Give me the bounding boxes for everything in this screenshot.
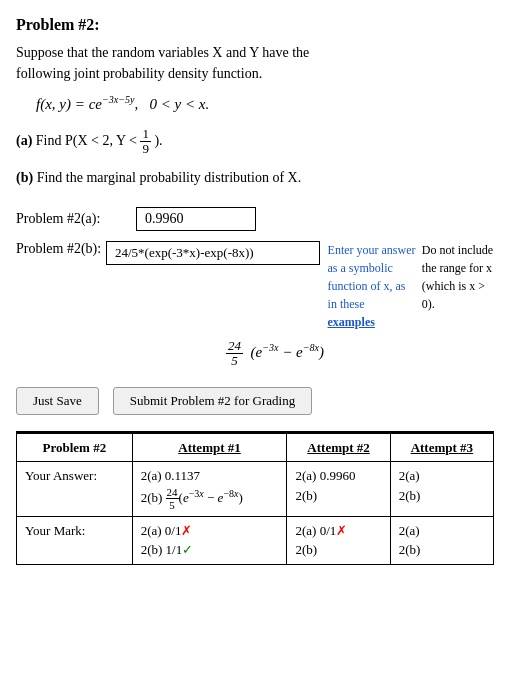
- answer-a-row: Problem #2(a):: [16, 207, 494, 231]
- mark2-x: ✗: [336, 523, 347, 538]
- your-mark-row: Your Mark: 2(a) 0/1✗ 2(b) 1/1✓ 2(a) 0/1✗…: [17, 516, 494, 564]
- attempt3-answer: 2(a) 2(b): [390, 462, 493, 516]
- your-mark-label: Your Mark:: [17, 516, 133, 564]
- col-problem: Problem #2: [17, 433, 133, 462]
- hint-blue-text: Enter your answer as a symbolic function…: [328, 241, 416, 331]
- problem-description: Suppose that the random variables X and …: [16, 42, 494, 84]
- hint-area: Enter your answer as a symbolic function…: [328, 241, 494, 331]
- col-attempt3: Attempt #3: [390, 433, 493, 462]
- answer-a-label: Problem #2(a):: [16, 211, 136, 227]
- part-a: (a) Find P(X < 2, Y < 1 9 ).: [16, 127, 494, 157]
- answer-a-input[interactable]: [136, 207, 256, 231]
- your-answer-label: Your Answer:: [17, 462, 133, 516]
- examples-link[interactable]: examples: [328, 315, 375, 329]
- answer-b-row: Problem #2(b): Enter your answer as a sy…: [16, 241, 494, 369]
- attempts-table-section: Problem #2 Attempt #1 Attempt #2 Attempt…: [16, 431, 494, 565]
- answer-b-input[interactable]: [106, 241, 320, 265]
- attempts-table: Problem #2 Attempt #1 Attempt #2 Attempt…: [16, 433, 494, 565]
- attempt1-answer: 2(a) 0.1137 2(b) 24 5 (e−3x − e−8x): [132, 462, 287, 516]
- answer-b-label: Problem #2(b):: [16, 241, 106, 257]
- part-b: (b) Find the marginal probability distri…: [16, 167, 494, 189]
- save-button[interactable]: Just Save: [16, 387, 99, 415]
- problem-title: Problem #2:: [16, 16, 494, 34]
- attempt2-answer: 2(a) 0.9960 2(b): [287, 462, 390, 516]
- main-formula: f(x, y) = ce−3x−5y, 0 < y < x.: [36, 94, 494, 113]
- attempt1-mark: 2(a) 0/1✗ 2(b) 1/1✓: [132, 516, 287, 564]
- mark1-x: ✗: [181, 523, 192, 538]
- mark1-check: ✓: [182, 542, 193, 557]
- attempt3-mark: 2(a) 2(b): [390, 516, 493, 564]
- hint-black-text: Do not include the range for x (which is…: [422, 241, 494, 313]
- submit-button[interactable]: Submit Problem #2 for Grading: [113, 387, 312, 415]
- col-attempt2: Attempt #2: [287, 433, 390, 462]
- button-row: Just Save Submit Problem #2 for Grading: [16, 387, 494, 415]
- your-answer-row: Your Answer: 2(a) 0.1137 2(b) 24 5 (e−3x…: [17, 462, 494, 516]
- col-attempt1: Attempt #1: [132, 433, 287, 462]
- formula-result: 24 5 (e−3x − e−8x): [226, 339, 324, 369]
- attempt2-mark: 2(a) 0/1✗ 2(b): [287, 516, 390, 564]
